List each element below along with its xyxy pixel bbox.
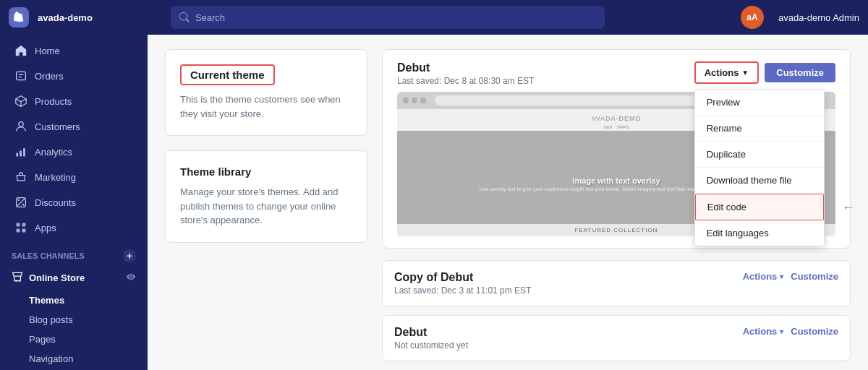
actions-dropdown: Preview Rename Duplicate Download theme …	[694, 89, 825, 246]
svg-point-10	[18, 199, 20, 201]
copy-of-debut-actions-area: Actions ▼ Customize	[743, 271, 838, 282]
copy-of-debut-customize-button[interactable]: Customize	[791, 271, 838, 282]
eye-icon[interactable]	[126, 272, 136, 284]
search-input[interactable]	[195, 12, 596, 23]
content-area: Current theme This is the theme customer…	[148, 35, 868, 370]
svg-rect-9	[23, 148, 25, 156]
right-panel: Debut Last saved: Dec 8 at 08:30 am EST …	[382, 49, 851, 356]
products-icon	[14, 95, 27, 108]
arrow-indicator: ←	[842, 199, 855, 215]
sub-menu-themes[interactable]: Themes	[0, 291, 148, 310]
actions-button[interactable]: Actions ▼	[694, 61, 760, 84]
search-icon	[179, 12, 190, 22]
debut-theme-date: Last saved: Dec 8 at 08:30 am EST	[397, 76, 534, 86]
chevron-down-icon: ▼	[778, 273, 785, 280]
debut-second-card: Debut Not customized yet Actions ▼ Custo…	[382, 315, 851, 361]
chevron-down-icon-2: ▼	[778, 328, 785, 335]
current-theme-title: Current theme	[180, 64, 275, 85]
copy-of-debut-header: Copy of Debut Last saved: Dec 3 at 11:01…	[383, 261, 850, 306]
svg-rect-17	[22, 229, 26, 233]
customers-icon	[14, 120, 27, 133]
browser-dots	[403, 98, 426, 103]
browser-dot-red	[403, 98, 409, 103]
preview-nav: DIVI TIPPS	[603, 125, 629, 129]
store-name: avada-demo	[38, 12, 93, 23]
svg-rect-14	[17, 223, 20, 227]
current-theme-description: This is the theme customers see when the…	[180, 92, 352, 121]
preview-store-name: avada-demo	[591, 115, 641, 122]
sub-menu-blog-posts[interactable]: Blog posts	[0, 310, 148, 330]
sidebar-item-customers[interactable]: Customers	[3, 114, 145, 139]
svg-line-5	[21, 99, 26, 102]
copy-of-debut-info: Copy of Debut Last saved: Dec 3 at 11:01…	[394, 271, 531, 296]
debut-theme-name: Debut	[397, 61, 534, 74]
svg-rect-0	[17, 72, 26, 79]
debut-second-customize-button[interactable]: Customize	[791, 326, 838, 337]
user-avatar[interactable]: aA	[741, 6, 764, 29]
top-navigation: avada-demo aA avada-demo Admin	[0, 0, 868, 35]
dropdown-rename[interactable]: Rename	[695, 116, 824, 142]
copy-of-debut-date: Last saved: Dec 3 at 11:01 pm EST	[394, 285, 531, 296]
sidebar-item-marketing[interactable]: Marketing	[3, 165, 145, 189]
svg-rect-15	[22, 223, 26, 227]
debut-theme-card: Debut Last saved: Dec 8 at 08:30 am EST …	[382, 49, 851, 249]
copy-of-debut-card: Copy of Debut Last saved: Dec 3 at 11:01…	[382, 260, 851, 306]
online-store-header[interactable]: Online Store	[0, 265, 148, 291]
sub-menu-navigation[interactable]: Navigation	[0, 349, 148, 369]
debut-second-date: Not customized yet	[394, 340, 468, 350]
debut-second-name: Debut	[394, 326, 468, 339]
sidebar-item-orders[interactable]: Orders	[3, 64, 145, 88]
discounts-icon	[14, 196, 27, 209]
svg-point-11	[22, 204, 24, 205]
left-panel: Current theme This is the theme customer…	[165, 49, 367, 356]
sales-channels-label: SALES CHANNELS +	[0, 241, 148, 265]
apps-icon	[14, 221, 27, 234]
sidebar-item-analytics[interactable]: Analytics	[3, 139, 145, 164]
svg-rect-7	[17, 153, 18, 157]
debut-theme-info: Debut Last saved: Dec 8 at 08:30 am EST	[397, 61, 534, 86]
current-theme-card: Current theme This is the theme customer…	[165, 49, 367, 136]
sidebar-item-apps[interactable]: Apps	[3, 215, 145, 240]
svg-rect-8	[20, 150, 21, 156]
dropdown-duplicate[interactable]: Duplicate	[695, 142, 824, 168]
home-icon	[14, 44, 27, 57]
theme-library-title: Theme library	[180, 165, 352, 178]
sidebar: Home Orders Products Customers Analytics	[0, 35, 148, 370]
theme-library-description: Manage your store's themes. Add and publ…	[180, 185, 352, 228]
sidebar-item-discounts[interactable]: Discounts	[3, 190, 145, 215]
online-store-icon	[12, 271, 23, 285]
search-bar[interactable]	[171, 6, 605, 29]
preview-nav-item-2: TIPPS	[616, 125, 629, 129]
svg-line-4	[16, 99, 21, 102]
analytics-icon	[14, 145, 27, 158]
browser-dot-yellow	[412, 98, 417, 103]
svg-rect-16	[17, 229, 20, 233]
dropdown-edit-languages[interactable]: Edit languages	[695, 220, 824, 246]
add-sales-channel-button[interactable]: +	[123, 249, 136, 262]
dropdown-download[interactable]: Download theme file	[695, 168, 824, 194]
orders-icon	[14, 69, 27, 82]
svg-point-20	[130, 276, 132, 278]
debut-theme-card-header: Debut Last saved: Dec 8 at 08:30 am EST …	[383, 50, 850, 92]
sub-menu-pages[interactable]: Pages	[0, 330, 148, 349]
user-name: avada-demo Admin	[778, 12, 859, 23]
dropdown-edit-code[interactable]: Edit code ←	[695, 194, 824, 220]
browser-dot-green	[420, 98, 426, 103]
chevron-down-icon: ▼	[741, 69, 749, 77]
debut-second-header: Debut Not customized yet Actions ▼ Custo…	[383, 316, 850, 361]
sidebar-item-home[interactable]: Home	[3, 38, 145, 63]
debut-second-actions-button[interactable]: Actions ▼	[743, 326, 786, 337]
debut-second-actions-area: Actions ▼ Customize	[743, 326, 838, 337]
debut-second-info: Debut Not customized yet	[394, 326, 468, 350]
copy-of-debut-name: Copy of Debut	[394, 271, 531, 284]
marketing-icon	[14, 171, 27, 184]
customize-button[interactable]: Customize	[765, 63, 835, 82]
sidebar-item-products[interactable]: Products	[3, 89, 145, 113]
main-layout: Home Orders Products Customers Analytics	[0, 35, 868, 370]
theme-library-card: Theme library Manage your store's themes…	[165, 150, 367, 243]
preview-nav-item-1: DIVI	[603, 125, 612, 129]
copy-of-debut-actions-button[interactable]: Actions ▼	[743, 271, 786, 282]
dropdown-preview[interactable]: Preview	[695, 90, 824, 116]
shopify-logo	[9, 7, 29, 27]
svg-point-6	[19, 122, 23, 126]
